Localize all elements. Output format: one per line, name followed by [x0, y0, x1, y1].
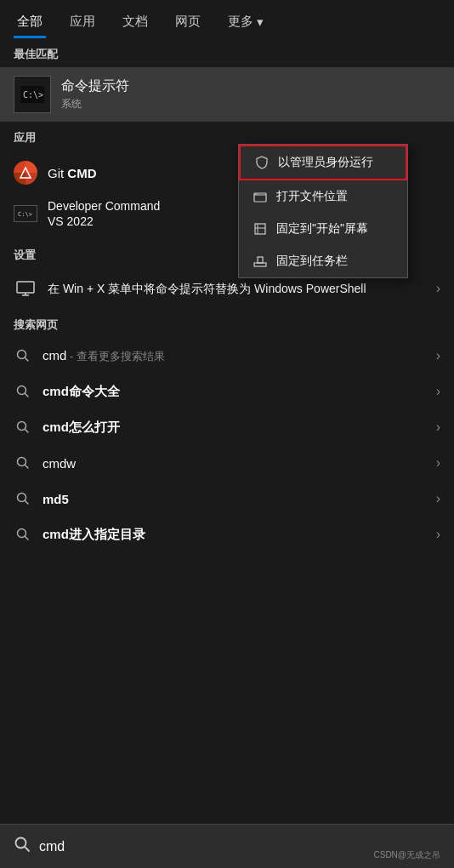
web-item-5-text: cmd进入指定目录 — [43, 527, 426, 543]
shield-icon — [254, 155, 270, 170]
context-menu-pin-start[interactable]: 固定到"开始"屏幕 — [239, 213, 407, 245]
git-cmd-label: Git CMD — [48, 166, 97, 180]
watermark-text: CSDN@无成之吊 — [374, 849, 441, 861]
svg-marker-8 — [20, 168, 31, 178]
best-match-item[interactable]: C:\> 命令提示符 系统 以管理员身份运行 打开文件位置 — [0, 67, 454, 122]
web-chevron-1: › — [436, 384, 440, 399]
web-item-5[interactable]: cmd进入指定目录 › — [0, 517, 454, 552]
settings-chevron-icon: › — [436, 281, 440, 296]
tab-web[interactable]: 网页 — [172, 7, 204, 38]
web-item-0-text: cmd - 查看更多搜索结果 — [43, 348, 426, 364]
monitor-icon — [14, 277, 37, 300]
tab-docs[interactable]: 文档 — [119, 7, 151, 38]
web-chevron-2: › — [436, 420, 440, 435]
svg-rect-6 — [254, 263, 266, 266]
svg-line-19 — [26, 430, 29, 433]
web-chevron-0: › — [436, 348, 440, 363]
search-bar: CSDN@无成之吊 — [0, 824, 454, 868]
folder-icon — [253, 189, 268, 204]
web-item-0[interactable]: cmd - 查看更多搜索结果 › — [0, 338, 454, 374]
search-icon-4 — [14, 489, 32, 508]
search-icon-5 — [14, 525, 32, 544]
web-item-1-text: cmd命令大全 — [43, 384, 426, 400]
context-menu-run-as-admin[interactable]: 以管理员身份运行 — [239, 145, 407, 180]
pin-taskbar-icon — [253, 254, 268, 269]
svg-text:C:\>: C:\> — [23, 90, 43, 100]
web-item-3-text: cmdw — [43, 456, 426, 471]
web-chevron-3: › — [436, 455, 440, 471]
web-chevron-5: › — [436, 527, 440, 542]
svg-rect-3 — [255, 224, 265, 234]
svg-rect-7 — [258, 257, 263, 263]
web-item-3[interactable]: cmdw › — [0, 445, 454, 481]
tab-more[interactable]: 更多 ▾ — [224, 7, 267, 38]
web-section-label: 搜索网页 — [0, 309, 454, 338]
context-menu: 以管理员身份运行 打开文件位置 固定到"开始"屏幕 — [238, 144, 408, 278]
svg-line-21 — [26, 465, 29, 469]
web-item-2[interactable]: cmd怎么打开 › — [0, 409, 454, 445]
cmd-app-icon: C:\> — [14, 76, 51, 113]
win-x-setting-text: 在 Win + X 菜单中将命令提示符替换为 Windows PowerShel… — [48, 281, 426, 298]
pin-start-label: 固定到"开始"屏幕 — [276, 221, 368, 237]
svg-point-26 — [16, 838, 26, 848]
svg-rect-11 — [17, 282, 34, 293]
best-match-title: 命令提示符 — [61, 77, 129, 95]
search-bar-icon — [14, 836, 31, 857]
web-item-1[interactable]: cmd命令大全 › — [0, 374, 454, 409]
best-match-text: 命令提示符 系统 — [61, 77, 129, 111]
dev-cmd-icon: C:\> — [14, 202, 37, 226]
pin-start-icon — [253, 221, 268, 237]
open-location-label: 打开文件位置 — [276, 189, 348, 204]
search-icon-0 — [14, 346, 32, 365]
svg-line-15 — [26, 358, 29, 362]
svg-line-25 — [26, 537, 29, 540]
svg-line-27 — [26, 848, 30, 852]
context-menu-open-location[interactable]: 打开文件位置 — [239, 180, 407, 213]
tab-all[interactable]: 全部 — [14, 7, 46, 38]
best-match-label: 最佳匹配 — [0, 38, 454, 67]
pin-taskbar-label: 固定到任务栏 — [276, 254, 348, 269]
web-chevron-4: › — [436, 491, 440, 506]
search-icon-2 — [14, 418, 32, 437]
search-icon-1 — [14, 382, 32, 401]
best-match-subtitle: 系统 — [61, 97, 129, 111]
run-as-admin-label: 以管理员身份运行 — [278, 155, 373, 170]
web-item-4-text: md5 — [43, 492, 426, 506]
git-cmd-icon — [14, 161, 37, 185]
svg-line-17 — [26, 394, 29, 397]
web-item-4[interactable]: md5 › — [0, 481, 454, 517]
search-icon-3 — [14, 454, 32, 472]
svg-text:C:\>: C:\> — [18, 211, 32, 218]
tab-apps[interactable]: 应用 — [66, 7, 99, 38]
context-menu-pin-taskbar[interactable]: 固定到任务栏 — [239, 245, 407, 277]
dev-cmd-label: Developer Command VS 2022 — [48, 198, 160, 229]
chevron-down-icon: ▾ — [257, 14, 264, 30]
web-item-2-text: cmd怎么打开 — [43, 420, 426, 436]
top-nav: 全部 应用 文档 网页 更多 ▾ — [0, 0, 454, 38]
svg-line-23 — [26, 501, 29, 505]
